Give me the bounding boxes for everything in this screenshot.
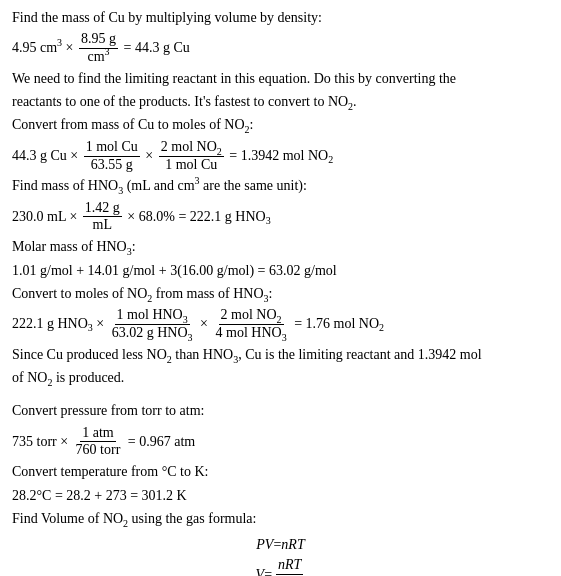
formula-v: V = nRT P — [12, 557, 549, 576]
step3-title: Convert from mass of Cu to moles of NO2: — [12, 115, 549, 135]
step3-calc: 44.3 g Cu × 1 mol Cu 63.55 g × 2 mol NO2… — [12, 139, 549, 174]
step8-title: Convert pressure from torr to atm: — [12, 401, 549, 421]
step6-calc: 222.1 g HNO3 × 1 mol HNO3 63.02 g HNO3 ×… — [12, 307, 549, 342]
step2-title: We need to find the limiting reactant in… — [12, 69, 549, 89]
step4-title: Find mass of HNO3 (mL and cm3 are the sa… — [12, 176, 549, 196]
step4-calc: 230.0 mL × 1.42 g mL × 68.0% = 222.1 g H… — [12, 200, 549, 235]
step7-text2: of NO2 is produced. — [12, 368, 549, 388]
step6-title: Convert to moles of NO2 from mass of HNO… — [12, 284, 549, 304]
step5-calc: 1.01 g/mol + 14.01 g/mol + 3(16.00 g/mol… — [12, 261, 549, 281]
step9-title: Convert temperature from °C to K: — [12, 462, 549, 482]
step1-calc: 4.95 cm3 × 8.95 g cm3 = 44.3 g Cu — [12, 31, 549, 66]
step8-calc: 735 torr × 1 atm 760 torr = 0.967 atm — [12, 425, 549, 460]
step2-title2: reactants to one of the products. It's f… — [12, 92, 549, 112]
step10-title: Find Volume of NO2 using the gas formula… — [12, 509, 549, 529]
gas-formula-block: PV = nRT V = nRT P = (1.3942 mol) (0.082… — [12, 535, 549, 576]
main-content: Find the mass of Cu by multiplying volum… — [12, 8, 549, 576]
formula-pv-nrt: PV = nRT — [12, 535, 549, 555]
step7-text1: Since Cu produced less NO2 than HNO3, Cu… — [12, 345, 549, 365]
step5-title: Molar mass of HNO3: — [12, 237, 549, 257]
step9-calc: 28.2°C = 28.2 + 273 = 301.2 K — [12, 486, 549, 506]
step1-title: Find the mass of Cu by multiplying volum… — [12, 8, 549, 28]
